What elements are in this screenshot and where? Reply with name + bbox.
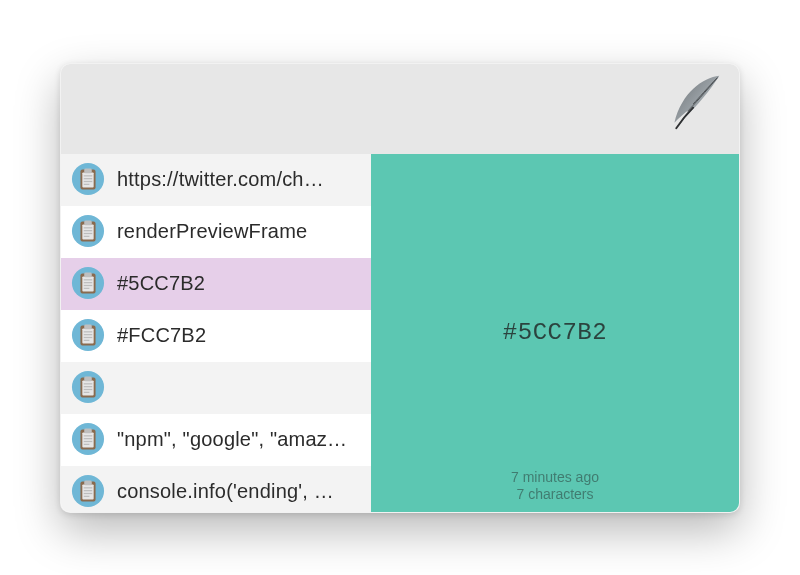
svg-rect-19 <box>84 273 92 278</box>
svg-rect-13 <box>84 230 93 231</box>
clip-label: https://twitter.com/ch… <box>117 168 361 191</box>
clipboard-icon <box>71 422 105 456</box>
preview-content: #5CC7B2 <box>503 319 607 346</box>
preview-pane: #5CC7B2 7 minutes ago 7 characters <box>371 154 739 512</box>
preview-age: 7 minutes ago <box>371 469 739 487</box>
svg-rect-11 <box>84 221 92 226</box>
svg-rect-30 <box>84 337 93 338</box>
svg-rect-5 <box>84 178 93 179</box>
svg-rect-27 <box>84 325 92 330</box>
svg-rect-29 <box>84 334 93 335</box>
preview-length: 7 characters <box>371 486 739 504</box>
svg-rect-26 <box>82 328 93 343</box>
svg-rect-22 <box>84 285 93 286</box>
svg-rect-52 <box>84 487 93 488</box>
svg-rect-12 <box>84 227 93 228</box>
svg-rect-35 <box>84 377 92 382</box>
clipboard-icon <box>71 474 105 508</box>
svg-rect-44 <box>84 435 93 436</box>
clip-row[interactable] <box>61 362 371 414</box>
svg-rect-23 <box>84 288 90 289</box>
clipboard-icon <box>71 162 105 196</box>
clip-label: #FCC7B2 <box>117 324 361 347</box>
clip-row[interactable]: console.info('ending', … <box>61 466 371 512</box>
feather-icon <box>665 72 725 132</box>
svg-rect-45 <box>84 438 93 439</box>
svg-rect-3 <box>84 169 92 174</box>
svg-rect-50 <box>82 484 93 499</box>
clip-row[interactable]: "npm", "google", "amaz… <box>61 414 371 466</box>
clip-row[interactable]: #FCC7B2 <box>61 310 371 362</box>
svg-rect-34 <box>82 380 93 395</box>
svg-rect-31 <box>84 340 90 341</box>
svg-rect-54 <box>84 493 93 494</box>
clipboard-icon <box>71 318 105 352</box>
svg-rect-28 <box>84 331 93 332</box>
svg-rect-37 <box>84 386 93 387</box>
svg-rect-20 <box>84 279 93 280</box>
clipboard-icon <box>71 370 105 404</box>
clip-label: console.info('ending', … <box>117 480 361 503</box>
svg-rect-14 <box>84 233 93 234</box>
clip-label: "npm", "google", "amaz… <box>117 428 361 451</box>
svg-rect-47 <box>84 444 90 445</box>
clip-label: renderPreviewFrame <box>117 220 361 243</box>
svg-rect-39 <box>84 392 90 393</box>
clip-row[interactable]: https://twitter.com/ch… <box>61 154 371 206</box>
svg-rect-7 <box>84 184 90 185</box>
svg-rect-55 <box>84 496 90 497</box>
svg-rect-6 <box>84 181 93 182</box>
svg-rect-53 <box>84 490 93 491</box>
clipboard-icon <box>71 266 105 300</box>
svg-rect-36 <box>84 383 93 384</box>
svg-rect-43 <box>84 429 92 434</box>
svg-rect-51 <box>84 481 92 486</box>
clip-row[interactable]: renderPreviewFrame <box>61 206 371 258</box>
svg-rect-2 <box>82 172 93 187</box>
svg-rect-4 <box>84 175 93 176</box>
preview-meta: 7 minutes ago 7 characters <box>371 469 739 504</box>
svg-rect-42 <box>82 432 93 447</box>
clipboard-icon <box>71 214 105 248</box>
svg-rect-15 <box>84 236 90 237</box>
svg-rect-38 <box>84 389 93 390</box>
clip-row-selected[interactable]: #5CC7B2 <box>61 258 371 310</box>
clip-label: #5CC7B2 <box>117 272 361 295</box>
svg-rect-10 <box>82 224 93 239</box>
svg-rect-21 <box>84 282 93 283</box>
clip-list[interactable]: https://twitter.com/ch… renderPreviewFra… <box>61 154 371 512</box>
svg-rect-18 <box>82 276 93 291</box>
body: https://twitter.com/ch… renderPreviewFra… <box>61 154 739 512</box>
header <box>61 64 739 154</box>
app-window: https://twitter.com/ch… renderPreviewFra… <box>60 63 740 513</box>
svg-rect-46 <box>84 441 93 442</box>
